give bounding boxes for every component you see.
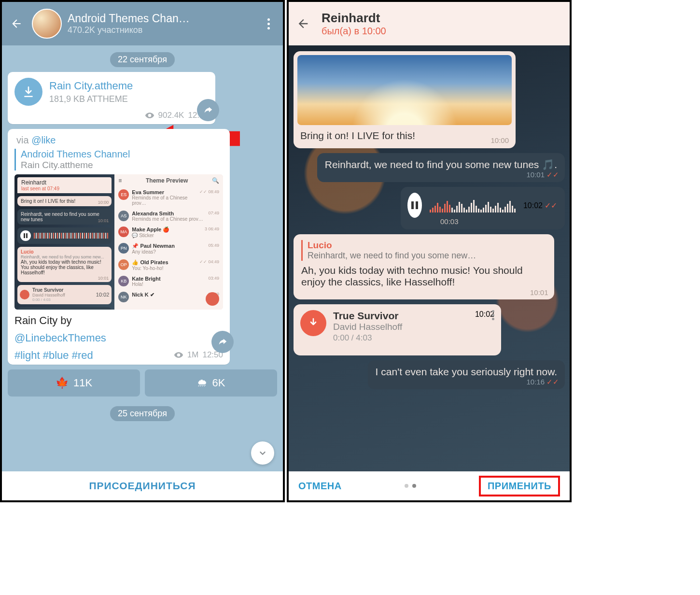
audio-artist: David Hasselhoff <box>333 322 468 332</box>
back-button[interactable] <box>294 14 313 33</box>
reply-block[interactable]: Lucio Reinhardt, we need to find you som… <box>301 240 546 261</box>
msg-text: I can't even take you seriously right no… <box>376 366 557 377</box>
channel-title-block[interactable]: Android Themes Chan… 470.2K участников <box>68 12 253 35</box>
preview-title-block[interactable]: Reinhardt был(а) в 10:00 <box>322 11 386 37</box>
compose-fab-icon <box>206 292 219 306</box>
reactions-row: 🍁11K 🌧6K <box>8 369 277 397</box>
apply-button-highlight: ПРИМЕНИТЬ <box>479 476 560 496</box>
outgoing-message[interactable]: Reinhardt, we need to find you some new … <box>317 153 565 182</box>
contact-name: Reinhardt <box>322 11 386 26</box>
last-seen: был(а) в 10:00 <box>322 26 386 37</box>
theme-preview-image: Reinhardtlast seen at 07:49 Bring it on!… <box>14 174 223 310</box>
theme-preview-screen: Reinhardt был(а) в 10:00 Bring it on! I … <box>287 0 572 502</box>
file-name: Rain City.attheme <box>49 80 133 92</box>
channel-body: 22 сентября Rain City.attheme 181,9 KB A… <box>2 45 283 471</box>
apply-button[interactable]: ПРИМЕНИТЬ <box>488 481 551 492</box>
audio-file-message[interactable]: True Survivor David Hasselhoff 0:00 / 4:… <box>294 304 501 355</box>
audio-title: True Survivor <box>333 310 468 322</box>
pause-button[interactable] <box>407 193 422 218</box>
scroll-down-button[interactable] <box>251 441 274 465</box>
svg-rect-4 <box>416 201 418 209</box>
reply-quote[interactable]: Android Themes Channel Rain City.attheme <box>14 149 223 170</box>
audio-menu-button[interactable] <box>492 310 494 320</box>
search-icon: 🔍 <box>212 177 219 184</box>
download-icon[interactable] <box>300 310 326 336</box>
reaction-button-1[interactable]: 🍁11K <box>8 369 140 397</box>
caption-author[interactable]: @LinebeckThemes <box>14 332 223 344</box>
share-button[interactable] <box>197 99 219 121</box>
read-checks-icon: ✓✓ <box>546 378 559 386</box>
msg-time: 10:00 <box>490 136 509 144</box>
channel-avatar[interactable] <box>32 9 62 39</box>
cancel-button[interactable]: ОТМЕНА <box>298 481 342 492</box>
outgoing-message[interactable]: I can't even take you seriously right no… <box>368 360 565 389</box>
preview-header: Reinhardt был(а) в 10:00 <box>289 2 570 45</box>
svg-rect-2 <box>26 233 28 238</box>
audio-duration: 0:00 / 4:03 <box>333 333 468 343</box>
channel-title: Android Themes Chan… <box>68 12 232 25</box>
channel-header: Android Themes Chan… 470.2K участников <box>2 2 283 45</box>
date-badge: 22 сентября <box>110 52 175 67</box>
file-meta: 181,9 KB ATTHEME <box>49 94 133 104</box>
caption-line1: Rain City by <box>14 314 223 327</box>
reaction-button-2[interactable]: 🌧6K <box>145 369 277 397</box>
msg-text: Bring it on! I LIVE for this! <box>297 125 512 142</box>
voice-elapsed: 00:03 <box>440 217 459 226</box>
download-icon[interactable] <box>14 78 42 106</box>
read-checks-icon: ✓✓ <box>546 170 559 179</box>
date-badge: 25 сентября <box>110 406 175 421</box>
msg-text: Ah, you kids today with techno music! Yo… <box>301 265 523 287</box>
incoming-reply-message[interactable]: Lucio Reinhardt, we need to find you som… <box>294 234 554 299</box>
eye-icon <box>145 111 154 120</box>
page-indicator <box>405 484 416 488</box>
sky-photo <box>297 55 512 125</box>
share-button[interactable] <box>211 331 234 353</box>
preview-body: Bring it on! I LIVE for this! 10:00 Rein… <box>289 45 570 471</box>
channel-screen: Android Themes Chan… 470.2K участников 2… <box>0 0 285 502</box>
via-label: via @like <box>14 135 223 149</box>
preview-footer: ОТМЕНА ПРИМЕНИТЬ <box>289 471 570 500</box>
preview-message[interactable]: via @like Android Themes Channel Rain Ci… <box>8 129 230 365</box>
msg-text: Reinhardt, we need to find you some new … <box>325 159 557 170</box>
via-bot[interactable]: @like <box>31 135 56 145</box>
voice-message[interactable]: 00:03 10:02✓✓ <box>401 187 565 229</box>
waveform[interactable] <box>430 198 516 212</box>
svg-rect-3 <box>411 201 414 209</box>
read-checks-icon: ✓✓ <box>545 201 557 210</box>
image-message[interactable]: Bring it on! I LIVE for this! 10:00 <box>294 51 516 148</box>
eye-icon <box>174 350 183 360</box>
more-menu-button[interactable] <box>259 14 278 33</box>
file-message[interactable]: Rain City.attheme 181,9 KB ATTHEME 902.4… <box>8 72 215 124</box>
back-button[interactable] <box>7 14 26 33</box>
channel-subtitle: 470.2K участников <box>68 25 253 35</box>
svg-rect-1 <box>24 233 25 238</box>
join-button[interactable]: ПРИСОЕДИНИТЬСЯ <box>2 471 283 500</box>
views-count: 902.4K <box>158 111 184 120</box>
